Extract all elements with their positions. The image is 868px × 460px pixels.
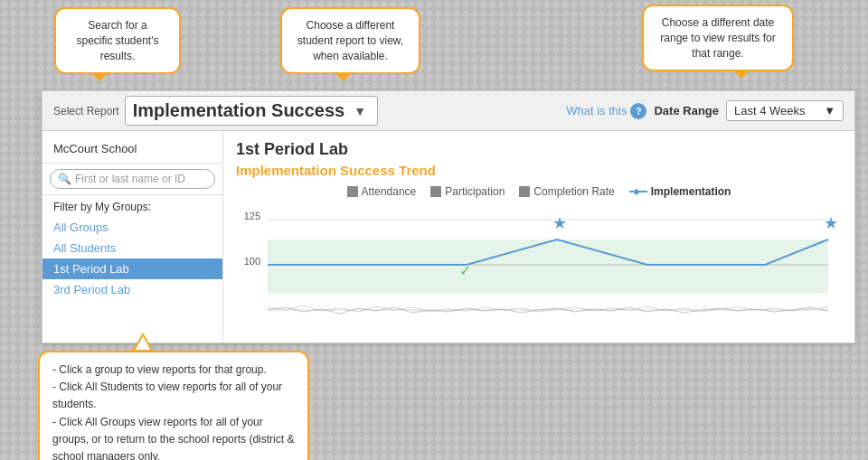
what-is-this-link[interactable]: What is this ? xyxy=(566,103,646,119)
tooltip-groups: - Click a group to view reports for that… xyxy=(38,351,309,460)
trend-title: Implementation Success Trend xyxy=(236,163,842,178)
tooltip-groups-line1: - Click a group to view reports for that… xyxy=(52,361,295,460)
search-icon: 🔍 xyxy=(58,173,71,185)
legend-attendance-label: Attendance xyxy=(362,185,417,198)
select-report-label: Select Report xyxy=(53,105,119,117)
what-is-this-text: What is this xyxy=(566,104,627,117)
search-container[interactable]: 🔍 First or last name or ID xyxy=(42,164,222,195)
report-dropdown[interactable]: Implementation Success ▼ xyxy=(125,96,378,126)
date-dropdown-chevron: ▼ xyxy=(824,104,835,117)
sidebar-group-item[interactable]: 1st Period Lab xyxy=(42,258,222,279)
tooltip-search: Search for a specific student's results. xyxy=(54,7,181,74)
legend-implementation-icon xyxy=(629,191,647,192)
legend-attendance: Attendance xyxy=(347,185,417,198)
tooltip-search-text: Search for a specific student's results. xyxy=(76,19,158,62)
groups-list: All GroupsAll Students1st Period Lab3rd … xyxy=(42,217,222,300)
main-panel: Select Report Implementation Success ▼ W… xyxy=(42,90,855,343)
what-is-this-icon: ? xyxy=(630,103,646,119)
header-right: What is this ? Date Range Last 4 Weeks ▼ xyxy=(566,100,844,121)
sidebar-group-item[interactable]: 3rd Period Lab xyxy=(42,279,222,300)
svg-rect-0 xyxy=(268,239,828,294)
svg-text:★: ★ xyxy=(824,214,838,232)
search-placeholder: First or last name or ID xyxy=(75,173,185,185)
svg-text:★: ★ xyxy=(552,214,567,232)
sidebar-group-item[interactable]: All Groups xyxy=(42,217,222,238)
legend-participation-label: Participation xyxy=(445,185,505,198)
tooltip-groups-arrow xyxy=(134,334,152,352)
period-title: 1st Period Lab xyxy=(236,140,842,159)
chart-svg-container: 125 100 ★ ★ xyxy=(236,203,842,330)
legend-participation: Participation xyxy=(430,185,505,198)
legend: Attendance Participation Completion Rate… xyxy=(236,185,842,198)
header-bar: Select Report Implementation Success ▼ W… xyxy=(42,91,854,131)
legend-implementation-label: Implementation xyxy=(651,185,731,198)
legend-attendance-icon xyxy=(347,186,358,197)
report-name: Implementation Success xyxy=(133,100,345,121)
svg-text:100: 100 xyxy=(244,256,260,267)
report-dropdown-chevron: ▼ xyxy=(354,104,366,118)
legend-completion: Completion Rate xyxy=(519,185,614,198)
date-range-value: Last 4 Weeks xyxy=(734,104,806,117)
legend-implementation: Implementation xyxy=(629,185,731,198)
sidebar-group-item[interactable]: All Students xyxy=(42,238,222,258)
svg-text:✓: ✓ xyxy=(459,263,471,278)
content-area: McCourt School 🔍 First or last name or I… xyxy=(42,131,854,343)
legend-completion-label: Completion Rate xyxy=(533,185,614,198)
tooltip-date: Choose a different date range to view re… xyxy=(642,5,794,71)
sidebar: McCourt School 🔍 First or last name or I… xyxy=(42,131,223,343)
legend-completion-icon xyxy=(519,186,530,197)
filter-label: Filter by My Groups: xyxy=(42,195,222,217)
tooltip-report: Choose a different student report to vie… xyxy=(280,7,420,74)
chart-area: 1st Period Lab Implementation Success Tr… xyxy=(223,131,854,343)
chart-svg: 125 100 ★ ★ xyxy=(236,203,842,330)
date-range-dropdown[interactable]: Last 4 Weeks ▼ xyxy=(726,100,844,121)
date-range-label: Date Range xyxy=(654,104,719,117)
svg-text:125: 125 xyxy=(244,211,260,221)
tooltip-date-text: Choose a different date range to view re… xyxy=(660,16,775,60)
search-input-box[interactable]: 🔍 First or last name or ID xyxy=(50,169,215,189)
legend-participation-icon xyxy=(430,186,441,197)
tooltip-report-text: Choose a different student report to vie… xyxy=(297,19,403,62)
school-name: McCourt School xyxy=(42,138,222,164)
svg-marker-9 xyxy=(134,334,152,351)
